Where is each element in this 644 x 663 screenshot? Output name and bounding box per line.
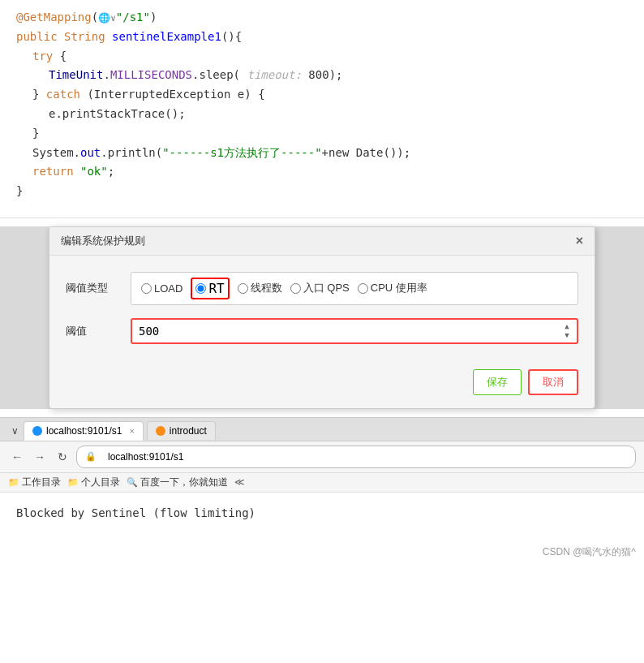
- radio-group-threshold-type: LOAD RT 线程数 入口 QPS: [131, 272, 578, 305]
- threshold-input[interactable]: [132, 320, 577, 342]
- code-line-10: }: [16, 182, 628, 201]
- spinner-buttons: ▲ ▼: [560, 322, 573, 339]
- browser-url-bar: ← → ↻ 🔒: [0, 441, 644, 473]
- lock-icon: 🔒: [85, 451, 97, 462]
- code-line-1: @GetMapping(🌐∨"/s1"): [16, 8, 628, 28]
- tab-favicon-2: [156, 426, 165, 436]
- bookmark-workdir-label: 工作目录: [22, 476, 61, 489]
- edit-rule-dialog: 编辑系统保护规则 × 阈值类型 LOAD RT 线程数: [49, 226, 595, 409]
- bookmark-baidu-label: 百度一下，你就知道: [140, 476, 228, 489]
- code-section: @GetMapping(🌐∨"/s1") public String senti…: [0, 0, 644, 218]
- bookmark-workdir[interactable]: 📁 工作目录: [8, 476, 61, 489]
- code-line-2: public String sentinelExample1(){: [16, 28, 628, 47]
- code-line-3: try {: [32, 47, 628, 67]
- radio-item-load[interactable]: LOAD: [141, 282, 182, 295]
- close-icon[interactable]: ×: [576, 234, 583, 248]
- code-line-6: e.printStackTrace();: [49, 105, 628, 124]
- watermark-area: CSDN @喝汽水的猫^: [0, 541, 644, 563]
- dialog-body: 阈值类型 LOAD RT 线程数: [49, 256, 595, 369]
- code-line-7: }: [32, 124, 628, 144]
- back-button[interactable]: ←: [8, 448, 26, 466]
- mapping-path: "/s1": [116, 8, 150, 28]
- browser-bookmarks-bar: 📁 工作目录 📁 个人目录 🔍 百度一下，你就知道 ≪: [0, 473, 644, 493]
- blocked-message: Blocked by Sentinel (flow limiting): [16, 506, 255, 519]
- chevron-icon: ≪: [234, 476, 245, 488]
- tab-dropdown-button[interactable]: ∨: [6, 422, 24, 440]
- threshold-value-label: 阈值: [66, 324, 131, 338]
- radio-qps[interactable]: [290, 283, 301, 294]
- save-button[interactable]: 保存: [473, 369, 522, 395]
- folder-icon-1: 📁: [8, 477, 19, 488]
- tab-label-s1: localhost:9101/s1: [46, 425, 122, 437]
- radio-item-rt-selected[interactable]: RT: [191, 278, 229, 299]
- radio-load-label: LOAD: [154, 282, 182, 295]
- modal-overlay: 编辑系统保护规则 × 阈值类型 LOAD RT 线程数: [0, 226, 644, 409]
- threshold-type-row: 阈值类型 LOAD RT 线程数: [66, 272, 578, 305]
- browser-tab-bar: ∨ localhost:9101/s1 × introduct: [0, 418, 644, 441]
- tab-active-s1[interactable]: localhost:9101/s1 ×: [24, 421, 144, 441]
- code-line-8: System.out.println("------s1方法执行了-----"+…: [16, 144, 628, 163]
- bookmark-extra[interactable]: ≪: [234, 476, 245, 488]
- threshold-input-wrapper: ▲ ▼: [131, 318, 578, 344]
- url-input[interactable]: [100, 449, 627, 465]
- threshold-type-label: 阈值类型: [66, 281, 131, 295]
- radio-item-cpu[interactable]: CPU 使用率: [358, 281, 427, 295]
- search-icon-baidu: 🔍: [127, 477, 138, 488]
- code-line-5: } catch (InterruptedException e) {: [32, 85, 628, 105]
- radio-qps-label: 入口 QPS: [303, 281, 350, 295]
- radio-cpu-label: CPU 使用率: [371, 281, 427, 295]
- bookmark-personal-label: 个人目录: [81, 476, 120, 489]
- browser-section: ∨ localhost:9101/s1 × introduct ← → ↻ 🔒 …: [0, 417, 644, 563]
- radio-cpu[interactable]: [358, 283, 368, 294]
- spinner-down-button[interactable]: ▼: [560, 331, 573, 339]
- reload-button[interactable]: ↻: [54, 448, 71, 466]
- tab-inactive-introduct[interactable]: introduct: [147, 421, 216, 440]
- code-line-4: TimeUnit.MILLISECONDS.sleep( timeout: 80…: [49, 66, 628, 85]
- radio-load[interactable]: [141, 283, 152, 294]
- cancel-button[interactable]: 取消: [528, 369, 578, 395]
- dialog-title: 编辑系统保护规则: [61, 234, 145, 248]
- radio-rt-label: RT: [208, 281, 224, 296]
- bookmark-baidu[interactable]: 🔍 百度一下，你就知道: [127, 476, 228, 489]
- tab-favicon-1: [32, 426, 42, 436]
- dialog-footer: 保存 取消: [49, 369, 595, 408]
- radio-rt[interactable]: [195, 283, 206, 294]
- globe-icon: 🌐: [98, 10, 110, 26]
- spinner-up-button[interactable]: ▲: [560, 322, 573, 330]
- radio-item-qps[interactable]: 入口 QPS: [290, 281, 350, 295]
- tab-label-introduct: introduct: [170, 425, 207, 437]
- radio-item-threads[interactable]: 线程数: [238, 281, 282, 295]
- bookmark-personal[interactable]: 📁 个人目录: [67, 476, 120, 489]
- code-line-9: return "ok";: [16, 162, 628, 182]
- dialog-title-bar: 编辑系统保护规则 ×: [49, 227, 595, 256]
- watermark-text: CSDN @喝汽水的猫^: [543, 545, 636, 559]
- radio-threads-label: 线程数: [251, 281, 282, 295]
- radio-threads[interactable]: [238, 283, 248, 294]
- annotation-getmapping: @GetMapping: [16, 8, 92, 28]
- browser-content: Blocked by Sentinel (flow limiting): [0, 493, 644, 541]
- folder-icon-2: 📁: [67, 477, 79, 488]
- threshold-value-row: 阈值 ▲ ▼: [66, 318, 578, 344]
- tab-close-s1[interactable]: ×: [129, 426, 134, 436]
- forward-button[interactable]: →: [31, 448, 49, 466]
- url-bar-container: 🔒: [76, 446, 636, 468]
